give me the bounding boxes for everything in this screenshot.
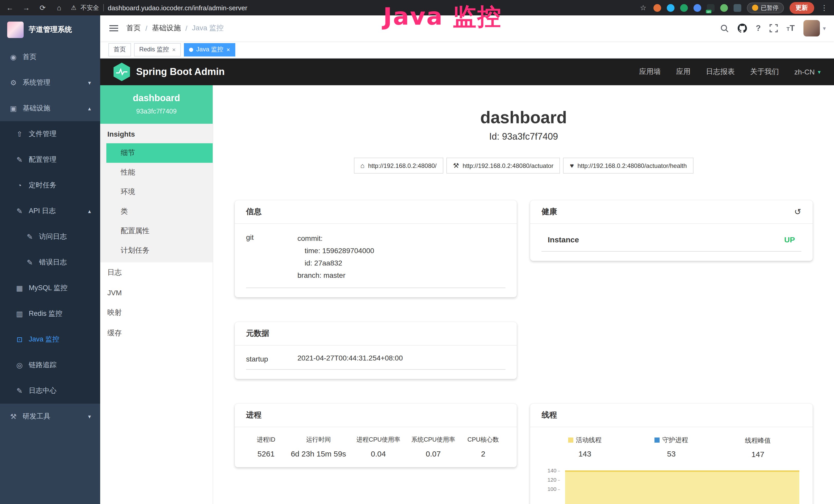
legend-live-threads: 活动线程 143 xyxy=(542,435,628,459)
sba-logo-icon[interactable] xyxy=(113,63,130,81)
tab-java-monitor[interactable]: Java 监控 × xyxy=(184,43,235,56)
process-card-title: 进程 xyxy=(246,410,262,420)
sidebar-item-mysql-monitor[interactable]: ▦ MySQL 监控 xyxy=(0,275,100,301)
sba-nav-applications[interactable]: 应用 xyxy=(676,67,691,76)
instance-links: ⌂ http://192.168.0.2:48080/ ⚒ http://192… xyxy=(228,158,818,174)
forward-icon[interactable]: → xyxy=(22,4,31,12)
hamburger-icon[interactable] xyxy=(108,23,119,33)
dark-extension-icon[interactable] xyxy=(733,4,741,12)
sidebar-item-java-monitor[interactable]: ⊡ Java 监控 xyxy=(0,327,100,352)
locale-label: zh-CN xyxy=(794,68,815,76)
security-label[interactable]: 不安全 xyxy=(81,3,99,12)
sidebar-item-dev-tools[interactable]: ⚒ 研发工具 ▾ xyxy=(0,404,100,429)
address-bar[interactable]: ⚠ 不安全 dashboard.yudao.iocoder.cn/infra/a… xyxy=(71,3,247,12)
sidebar-item-infrastructure[interactable]: ▣ 基础设施 ▴ xyxy=(0,95,100,121)
blue-grid-extension-icon[interactable] xyxy=(694,4,701,12)
metadata-key: startup xyxy=(246,354,298,363)
green-circle-extension-icon[interactable] xyxy=(680,4,688,12)
metadata-startup-row: startup 2021-04-27T00:44:31.254+08:00 xyxy=(246,354,506,370)
annotation-text: Java 监控 xyxy=(383,1,502,33)
sidebar-item-api-logs[interactable]: ✎ API 日志 ▴ xyxy=(0,198,100,224)
leaf-extension-icon[interactable] xyxy=(720,4,728,12)
sidebar-item-scheduled-jobs[interactable]: ◔ 定时任务 xyxy=(0,173,100,198)
paused-label: 已暂停 xyxy=(761,4,778,12)
refresh-icon[interactable]: ⟳ xyxy=(38,4,47,12)
sba-instance-header[interactable]: dashboard 93a3fc7f7409 xyxy=(100,85,213,124)
sidebar-item-config-management[interactable]: ✎ 配置管理 xyxy=(0,147,100,173)
help-icon[interactable]: ? xyxy=(756,24,761,33)
sidebar-item-home[interactable]: ◉ 首页 xyxy=(0,44,100,70)
sidebar-item-redis-monitor[interactable]: ▥ Redis 监控 xyxy=(0,301,100,327)
sba-nav-about[interactable]: 关于我们 xyxy=(750,67,779,76)
sba-menu-mappings[interactable]: 映射 xyxy=(100,302,213,323)
sba-menu-classes[interactable]: 类 xyxy=(106,202,213,221)
y-tick: 120 xyxy=(542,477,560,483)
process-header-sys-cpu: 系统CPU使用率 xyxy=(406,435,461,444)
sba-instance-name: dashboard xyxy=(105,93,207,104)
actuator-url-button[interactable]: ⚒ http://192.168.0.2:48080/actuator xyxy=(446,158,560,174)
chevron-down-icon: ▾ xyxy=(88,413,91,420)
service-url-button[interactable]: ⌂ http://192.168.0.2:48080/ xyxy=(354,158,443,174)
sidebar-item-tracing[interactable]: ◎ 链路追踪 xyxy=(0,352,100,378)
app-logo[interactable]: 芋道管理系统 xyxy=(0,16,100,44)
sidebar-item-label: MySQL 监控 xyxy=(29,283,68,293)
blue-swatch-icon xyxy=(655,437,660,443)
url-text[interactable]: dashboard.yudao.iocoder.cn/infra/admin-s… xyxy=(108,4,247,12)
sba-brand-title[interactable]: Spring Boot Admin xyxy=(136,66,225,77)
switch-extension-icon[interactable]: on xyxy=(707,4,715,12)
gear-icon: ⚙ xyxy=(9,78,18,87)
bookmark-star-icon[interactable]: ☆ xyxy=(639,4,648,12)
sba-menu-logs[interactable]: 日志 xyxy=(100,262,213,283)
fullscreen-icon[interactable] xyxy=(770,24,778,32)
github-icon[interactable] xyxy=(738,24,747,33)
paused-badge[interactable]: 已暂停 xyxy=(747,2,784,13)
sba-menu-environment[interactable]: 环境 xyxy=(106,182,213,202)
wrench-icon: ⚒ xyxy=(453,162,459,169)
sba-menu-scheduled-tasks[interactable]: 计划任务 xyxy=(106,241,213,260)
sba-section-label: Insights xyxy=(100,124,213,143)
orange-extension-icon[interactable] xyxy=(654,4,661,12)
chevron-up-icon: ▴ xyxy=(88,208,91,214)
sidebar-item-label: 研发工具 xyxy=(23,412,50,421)
caret-down-icon: ▾ xyxy=(823,25,826,31)
user-menu[interactable]: ▾ xyxy=(804,20,826,37)
tab-label: Java 监控 xyxy=(196,45,223,54)
tab-redis-monitor[interactable]: Redis 监控 × xyxy=(134,43,181,56)
breadcrumb-infrastructure[interactable]: 基础设施 xyxy=(152,24,181,33)
logo-avatar xyxy=(7,22,24,38)
metadata-card-header: 元数据 xyxy=(235,322,517,346)
sidebar-item-error-logs[interactable]: ✎ 错误日志 xyxy=(0,250,100,275)
update-button[interactable]: 更新 xyxy=(789,2,814,14)
sidebar-item-file-management[interactable]: ⇧ 文件管理 xyxy=(0,121,100,147)
legend-label: 活动线程 xyxy=(576,436,601,444)
history-icon[interactable]: ↺ xyxy=(794,207,801,217)
legend-label: 守护进程 xyxy=(662,436,688,444)
sidebar-item-access-logs[interactable]: ✎ 访问日志 xyxy=(0,224,100,250)
font-size-icon[interactable]: TT xyxy=(787,24,795,33)
health-url-button[interactable]: ♥ http://192.168.0.2:48080/actuator/heal… xyxy=(563,158,694,174)
breadcrumb-home[interactable]: 首页 xyxy=(126,24,141,33)
browser-home-icon[interactable]: ⌂ xyxy=(54,4,64,12)
sba-menu-configprops[interactable]: 配置属性 xyxy=(106,221,213,241)
address-divider xyxy=(103,4,104,11)
legend-peak-threads: 线程峰值 147 xyxy=(715,435,801,459)
blue-drop-extension-icon[interactable] xyxy=(667,4,675,12)
sidebar-item-system[interactable]: ⚙ 系统管理 ▾ xyxy=(0,70,100,95)
locale-selector[interactable]: zh-CN ▾ xyxy=(794,68,821,76)
browser-menu-icon[interactable]: ⋮ xyxy=(820,4,829,12)
sba-menu-metrics[interactable]: 性能 xyxy=(106,163,213,182)
legend-value: 143 xyxy=(542,449,628,458)
sba-menu-details[interactable]: 细节 xyxy=(106,143,213,163)
search-icon[interactable] xyxy=(721,24,729,32)
actuator-url: http://192.168.0.2:48080/actuator xyxy=(463,162,553,169)
tab-home[interactable]: 首页 xyxy=(108,43,131,56)
sba-nav-wallboard[interactable]: 应用墙 xyxy=(639,67,661,76)
close-icon[interactable]: × xyxy=(172,46,176,53)
back-icon[interactable]: ← xyxy=(5,4,14,12)
sba-menu-jvm[interactable]: JVM xyxy=(100,283,213,302)
sba-menu-caches[interactable]: 缓存 xyxy=(100,323,213,344)
tools-icon: ⚒ xyxy=(9,412,18,420)
close-icon[interactable]: × xyxy=(226,46,230,53)
sidebar-item-log-center[interactable]: ✎ 日志中心 xyxy=(0,378,100,404)
sba-nav-journal[interactable]: 日志报表 xyxy=(706,67,735,76)
